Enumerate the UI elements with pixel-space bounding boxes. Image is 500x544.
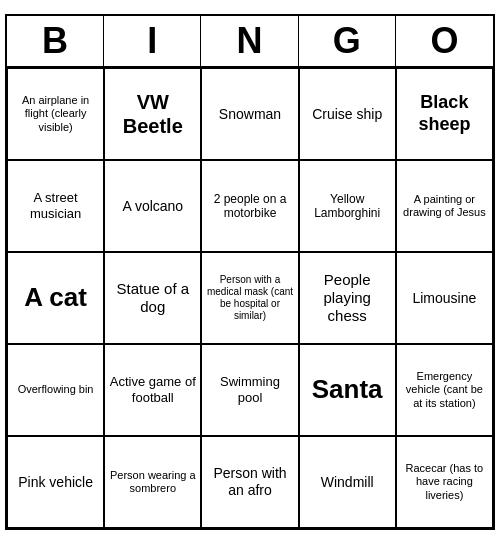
bingo-grid: An airplane in flight (clearly visible) …: [7, 68, 493, 528]
header-o: O: [396, 16, 493, 66]
header-b: B: [7, 16, 104, 66]
cell-12[interactable]: Person with a medical mask (cant be hosp…: [201, 252, 298, 344]
cell-21[interactable]: Person wearing a sombrero: [104, 436, 201, 528]
bingo-card: B I N G O An airplane in flight (clearly…: [5, 14, 495, 530]
header-n: N: [201, 16, 298, 66]
cell-23[interactable]: Windmill: [299, 436, 396, 528]
cell-9[interactable]: A painting or drawing of Jesus: [396, 160, 493, 252]
cell-20[interactable]: Pink vehicle: [7, 436, 104, 528]
cell-7[interactable]: 2 people on a motorbike: [201, 160, 298, 252]
header-i: I: [104, 16, 201, 66]
header-g: G: [299, 16, 396, 66]
cell-24[interactable]: Racecar (has to have racing liveries): [396, 436, 493, 528]
cell-6[interactable]: A volcano: [104, 160, 201, 252]
cell-11[interactable]: Statue of a dog: [104, 252, 201, 344]
cell-22[interactable]: Person with an afro: [201, 436, 298, 528]
cell-15[interactable]: Overflowing bin: [7, 344, 104, 436]
cell-14[interactable]: Limousine: [396, 252, 493, 344]
cell-19[interactable]: Emergency vehicle (cant be at its statio…: [396, 344, 493, 436]
cell-4[interactable]: Black sheep: [396, 68, 493, 160]
bingo-header: B I N G O: [7, 16, 493, 68]
cell-0[interactable]: An airplane in flight (clearly visible): [7, 68, 104, 160]
cell-10[interactable]: A cat: [7, 252, 104, 344]
cell-16[interactable]: Active game of football: [104, 344, 201, 436]
cell-8[interactable]: Yellow Lamborghini: [299, 160, 396, 252]
cell-5[interactable]: A street musician: [7, 160, 104, 252]
cell-2[interactable]: Snowman: [201, 68, 298, 160]
cell-3[interactable]: Cruise ship: [299, 68, 396, 160]
cell-1[interactable]: VW Beetle: [104, 68, 201, 160]
cell-17[interactable]: Swimming pool: [201, 344, 298, 436]
cell-18[interactable]: Santa: [299, 344, 396, 436]
cell-13[interactable]: People playing chess: [299, 252, 396, 344]
